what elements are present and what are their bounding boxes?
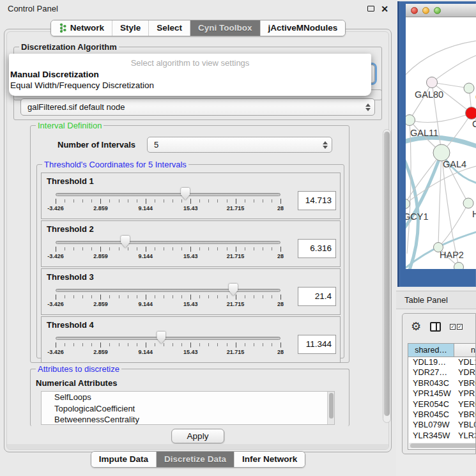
cell-shared[interactable]: YDL19… xyxy=(408,357,454,367)
tab-infer-network[interactable]: Infer Network xyxy=(234,452,305,467)
threshold-4-slider[interactable]: -3.426 2.859 9.144 15.43 21.715 28 xyxy=(56,317,280,362)
algorithm-dropdown-popup: Select algorithm to view settings Manual… xyxy=(9,54,371,96)
tick-label: 2.859 xyxy=(93,349,108,355)
tab-style[interactable]: Style xyxy=(112,20,148,36)
close-traffic-light-icon[interactable] xyxy=(411,7,418,14)
spinner-up-icon[interactable] xyxy=(365,104,371,107)
node-label-gcy1: GCY1 xyxy=(406,211,429,222)
node-gal11[interactable] xyxy=(406,115,415,126)
popup-option-equal-width[interactable]: Equal Width/Frequency Discretization xyxy=(9,80,371,91)
table-row[interactable]: YER054C YER0 xyxy=(408,399,476,410)
cell-name[interactable]: YBR0 xyxy=(454,378,476,388)
top-tab-bar: Network Style Select Cyni Toolbox jActiv… xyxy=(0,20,396,36)
node-red-selected[interactable] xyxy=(466,107,476,119)
close-icon[interactable]: ✕ xyxy=(381,4,388,13)
cell-shared[interactable]: YBL079W xyxy=(408,420,454,430)
table-row[interactable]: YBR045C YBR0 xyxy=(408,410,476,420)
cell-name[interactable]: YDL1 xyxy=(454,357,476,367)
list-scrollbar[interactable] xyxy=(327,392,334,424)
list-item[interactable]: TopologicalCoefficient xyxy=(42,403,334,415)
cell-shared[interactable]: YBR043C xyxy=(408,378,454,388)
table-data-combobox[interactable]: galFiltered.sif default node xyxy=(20,98,375,116)
table-row[interactable]: YBL079W YBL0 xyxy=(408,420,476,430)
slider-track[interactable] xyxy=(56,193,280,196)
columns-icon[interactable] xyxy=(430,322,441,332)
tab-jactivemnodules[interactable]: jActiveMNodules xyxy=(260,20,346,36)
apply-button[interactable]: Apply xyxy=(171,429,225,443)
spinner-down-icon[interactable] xyxy=(323,146,328,149)
table-row[interactable]: YLR345W YLR3 xyxy=(408,431,476,441)
minor-ticks xyxy=(56,295,280,298)
threshold-3-value[interactable]: 21.4 xyxy=(298,287,336,306)
gear-icon[interactable]: ⚙ xyxy=(411,321,421,332)
minor-ticks xyxy=(56,343,280,346)
minimize-traffic-light-icon[interactable] xyxy=(422,7,429,14)
node-attribute-table: shared… na YDL19… YDL1 YDR27… YDR2 YBR04… xyxy=(408,343,476,450)
node-label-gal11: GAL11 xyxy=(410,128,438,138)
tab-cyni-toolbox[interactable]: Cyni Toolbox xyxy=(190,20,260,36)
slider-handle[interactable] xyxy=(181,188,190,200)
cell-name[interactable]: YPR1 xyxy=(454,388,476,399)
cell-shared[interactable]: YER054C xyxy=(408,399,454,410)
table-header-name[interactable]: na xyxy=(454,344,476,357)
checkbox-icon[interactable]: ✓ xyxy=(450,324,456,330)
cell-shared[interactable]: YBR045C xyxy=(408,410,454,420)
threshold-4-value[interactable]: 11.344 xyxy=(298,335,336,354)
cell-shared[interactable]: YPR145W xyxy=(408,388,454,399)
cell-name[interactable]: YBL0 xyxy=(454,420,476,430)
threshold-1-value[interactable]: 14.713 xyxy=(298,191,336,210)
node-h[interactable] xyxy=(463,198,473,208)
threshold-1-slider[interactable]: -3.426 2.859 9.144 15.43 21.715 28 xyxy=(56,173,280,219)
select-columns-icons[interactable]: ✓ ✓ xyxy=(450,324,463,330)
slider-handle[interactable] xyxy=(229,284,238,296)
node-bottom[interactable] xyxy=(454,263,464,270)
settings-vertical-scrollbar[interactable] xyxy=(383,129,391,423)
spinner-down-icon[interactable] xyxy=(365,108,371,111)
cell-shared[interactable]: YLR345W xyxy=(408,431,454,441)
slider-track[interactable] xyxy=(56,337,280,340)
slider-track[interactable] xyxy=(56,289,280,292)
table-horizontal-scrollbar[interactable] xyxy=(409,443,476,449)
table-row[interactable]: YDL19… YDL1 xyxy=(408,357,476,367)
tab-select[interactable]: Select xyxy=(148,20,190,36)
cell-name[interactable]: YDR2 xyxy=(454,367,476,378)
tick-label: -3.426 xyxy=(47,301,64,307)
network-canvas[interactable]: GAL80 GA C GAL11 GAL4 GCY1 H HAP2 xyxy=(406,17,476,269)
table-row[interactable]: YPR145W YPR1 xyxy=(408,388,476,399)
content-bottom-strip xyxy=(7,444,388,449)
zoom-traffic-light-icon[interactable] xyxy=(434,7,441,14)
cell-name[interactable]: YER0 xyxy=(454,399,476,410)
cell-shared[interactable]: YDR27… xyxy=(408,367,454,378)
minor-ticks xyxy=(56,247,280,250)
list-item[interactable]: SelfLoops xyxy=(42,392,334,403)
number-of-intervals-combobox[interactable]: 5 xyxy=(147,137,332,153)
table-row[interactable]: YDR27… YDR2 xyxy=(408,367,476,378)
list-item[interactable]: BetweennessCentrality xyxy=(42,414,334,425)
threshold-2-slider[interactable]: -3.426 2.859 9.144 15.43 21.715 28 xyxy=(56,221,280,266)
table-header-shared[interactable]: shared… xyxy=(408,344,454,357)
tab-discretize-data[interactable]: Discretize Data xyxy=(156,452,234,467)
slider-track[interactable] xyxy=(56,241,280,244)
float-window-icon[interactable] xyxy=(367,6,374,12)
node-top-right[interactable] xyxy=(464,83,474,93)
numerical-attributes-list[interactable]: SelfLoops TopologicalCoefficient Between… xyxy=(41,391,335,425)
table-header-row: shared… na xyxy=(408,344,476,357)
network-window-titlebar[interactable] xyxy=(406,4,476,17)
threshold-3-slider[interactable]: -3.426 2.859 9.144 15.43 21.715 28 xyxy=(56,269,280,314)
tick-label: 28 xyxy=(277,301,284,307)
checkbox-icon[interactable]: ✓ xyxy=(457,324,463,330)
threshold-4-panel: Threshold 4 -3.426 2.859 9.144 15.43 21.… xyxy=(41,316,341,363)
node-label-hap2: HAP2 xyxy=(440,250,464,260)
node-gal80[interactable] xyxy=(427,77,438,88)
spinner-up-icon[interactable] xyxy=(323,141,328,144)
cell-name[interactable]: YLR3 xyxy=(454,431,476,441)
cell-name[interactable]: YBR0 xyxy=(454,410,476,420)
slider-handle[interactable] xyxy=(121,236,130,248)
tick-label: 21.715 xyxy=(227,301,245,307)
tab-impute-data[interactable]: Impute Data xyxy=(91,452,156,467)
table-row[interactable]: YBR043C YBR0 xyxy=(408,378,476,388)
slider-handle[interactable] xyxy=(157,332,165,344)
threshold-2-value[interactable]: 6.316 xyxy=(298,239,336,258)
popup-option-manual-discretization[interactable]: Manual Discretization xyxy=(9,69,371,80)
tab-network[interactable]: Network xyxy=(51,20,112,36)
